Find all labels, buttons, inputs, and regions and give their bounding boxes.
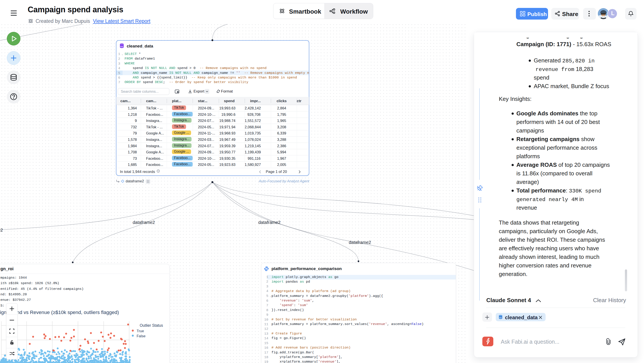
svg-text:SQL: SQL xyxy=(499,317,502,318)
